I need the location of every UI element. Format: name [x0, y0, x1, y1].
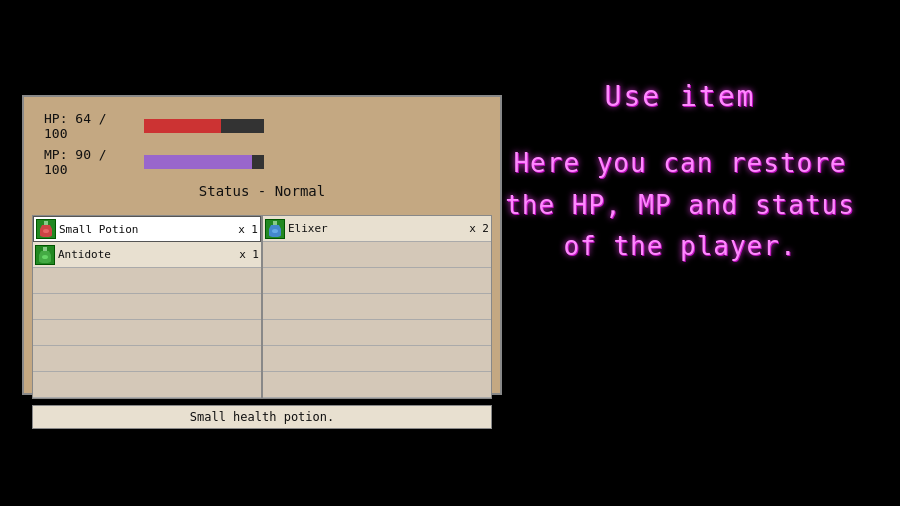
- elixer-icon: [265, 219, 285, 239]
- list-item[interactable]: [263, 242, 491, 268]
- use-item-title: Use item: [500, 80, 860, 113]
- instructions-panel: Use item Here you can restore the HP, MP…: [500, 80, 860, 268]
- list-item[interactable]: [33, 294, 261, 320]
- svg-point-1: [43, 229, 49, 233]
- list-item[interactable]: [263, 294, 491, 320]
- hp-label: HP: 64 / 100: [44, 111, 134, 141]
- mp-bar: [144, 155, 252, 169]
- inventory-area: Small Potion x 1 Antidote x 1: [32, 215, 492, 399]
- status-label: Status - Normal: [44, 183, 480, 199]
- list-item[interactable]: [263, 268, 491, 294]
- list-item[interactable]: Small Potion x 1: [33, 216, 261, 242]
- inventory-column-left: Small Potion x 1 Antidote x 1: [32, 215, 262, 399]
- instructions-text: Here you can restore the HP, MP and stat…: [500, 143, 860, 268]
- list-item[interactable]: [33, 346, 261, 372]
- antidote-icon: [35, 245, 55, 265]
- item-name: Elixer: [288, 222, 467, 235]
- inventory-column-right: Elixer x 2: [262, 215, 492, 399]
- item-name: Antidote: [58, 248, 237, 261]
- svg-point-3: [42, 255, 48, 259]
- svg-point-5: [272, 229, 278, 233]
- hp-row: HP: 64 / 100: [44, 111, 480, 141]
- hp-bar: [144, 119, 221, 133]
- list-item[interactable]: [33, 372, 261, 398]
- description-bar: Small health potion.: [32, 405, 492, 429]
- svg-rect-0: [44, 221, 48, 225]
- list-item[interactable]: Antidote x 1: [33, 242, 261, 268]
- stats-area: HP: 64 / 100 MP: 90 / 100 Status - Norma…: [24, 97, 500, 215]
- list-item[interactable]: [33, 268, 261, 294]
- item-qty: x 1: [239, 248, 259, 261]
- svg-rect-4: [273, 221, 277, 225]
- item-name: Small Potion: [59, 223, 236, 236]
- list-item[interactable]: [33, 320, 261, 346]
- potion-icon: [36, 219, 56, 239]
- item-qty: x 1: [238, 223, 258, 236]
- list-item[interactable]: [263, 320, 491, 346]
- mp-label: MP: 90 / 100: [44, 147, 134, 177]
- mp-row: MP: 90 / 100: [44, 147, 480, 177]
- list-item[interactable]: Elixer x 2: [263, 216, 491, 242]
- hp-bar-container: [144, 119, 264, 133]
- mp-bar-container: [144, 155, 264, 169]
- list-item[interactable]: [263, 346, 491, 372]
- svg-rect-2: [43, 247, 47, 251]
- item-qty: x 2: [469, 222, 489, 235]
- list-item[interactable]: [263, 372, 491, 398]
- game-panel: HP: 64 / 100 MP: 90 / 100 Status - Norma…: [22, 95, 502, 395]
